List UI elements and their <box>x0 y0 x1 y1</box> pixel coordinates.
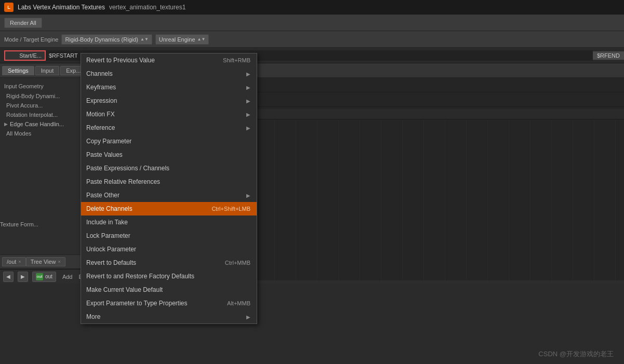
ctx-item-revert-prev[interactable]: Revert to Previous ValueShift+RMB <box>81 53 257 67</box>
ctx-item-paste-relative[interactable]: Paste Relative References <box>81 175 257 188</box>
context-menu: Revert to Previous ValueShift+RMBChannel… <box>81 53 257 324</box>
ctx-label-unlock-param: Unlock Parameter <box>86 246 136 253</box>
edge-case-header[interactable]: ▶ Edge Case Handlin... <box>0 119 83 129</box>
ctx-submenu-arrow-keyframes: ▶ <box>246 85 250 90</box>
toolbar: Render All <box>0 15 624 31</box>
ctx-item-more[interactable]: More▶ <box>81 310 257 323</box>
ctx-submenu-arrow-expression: ▶ <box>246 98 250 104</box>
texture-form-label: Texture Form... <box>0 221 83 227</box>
ctx-label-expression: Expression <box>86 97 117 104</box>
engine-option-label: Unreal Engine <box>159 36 195 43</box>
tab-input[interactable]: Input <box>35 66 59 75</box>
ctx-label-make-current-default: Make Current Value Default <box>86 286 163 293</box>
ctx-label-export-param: Export Parameter to Type Properties <box>86 300 188 307</box>
ctx-label-motion-fx: Motion FX <box>86 111 115 118</box>
ctx-item-lock-param[interactable]: Lock Parameter <box>81 229 257 242</box>
dynamics-dropdown-arrow: ▲▼ <box>140 37 149 42</box>
ctx-label-paste-values: Paste Values <box>86 151 123 158</box>
mode-bar: Mode / Target Engine Rigid-Body Dynamics… <box>0 31 624 48</box>
engine-dropdown[interactable]: Unreal Engine ▲▼ <box>155 34 209 45</box>
ctx-shortcut-revert-defaults: Ctrl+MMB <box>225 260 250 266</box>
out-node-icon: out <box>36 273 43 280</box>
ctx-label-revert-factory: Revert to and Restore Factory Defaults <box>86 273 194 280</box>
ctx-item-export-param[interactable]: Export Parameter to Type PropertiesAlt+M… <box>81 296 257 310</box>
node-name: vertex_animation_textures1 <box>109 4 185 11</box>
ctx-label-keyframes: Keyframes <box>86 84 116 91</box>
ctx-label-revert-prev: Revert to Previous Value <box>86 57 155 64</box>
expand-icon: ▶ <box>4 122 8 127</box>
tree-view-close[interactable]: × <box>58 259 61 264</box>
ctx-item-reference[interactable]: Reference▶ <box>81 121 257 134</box>
ctx-submenu-arrow-reference: ▶ <box>246 125 250 131</box>
forward-arrow[interactable]: ▶ <box>18 272 28 282</box>
out-node-label: out <box>45 274 52 279</box>
engine-dropdown-arrow: ▲▼ <box>197 37 206 42</box>
ctx-item-make-current-default[interactable]: Make Current Value Default <box>81 283 257 296</box>
ctx-label-copy-param: Copy Parameter <box>86 138 131 145</box>
start-end-label: Start/E... <box>4 50 46 61</box>
ctx-item-include-in-take[interactable]: Include in Take <box>81 215 257 229</box>
app-name: Labs Vertex Animation Textures <box>18 4 105 11</box>
ctx-label-reference: Reference <box>86 124 115 131</box>
ctx-shortcut-delete-channels: Ctrl+Shift+LMB <box>211 206 250 212</box>
back-arrow[interactable]: ◀ <box>3 272 14 282</box>
out-path-tab[interactable]: /out × <box>2 257 26 266</box>
ctx-label-include-in-take: Include in Take <box>86 219 128 226</box>
ctx-shortcut-export-param: Alt+MMB <box>227 300 250 306</box>
ctx-item-delete-channels[interactable]: Delete ChannelsCtrl+Shift+LMB <box>81 202 257 215</box>
ctx-item-unlock-param[interactable]: Unlock Parameter <box>81 242 257 256</box>
ctx-label-channels: Channels <box>86 70 113 77</box>
ctx-item-motion-fx[interactable]: Motion FX▶ <box>81 107 257 121</box>
ctx-label-lock-param: Lock Parameter <box>86 232 130 239</box>
ctx-submenu-arrow-more: ▶ <box>246 314 250 320</box>
tree-view-tab[interactable]: Tree View × <box>26 257 65 266</box>
out-node-tab[interactable]: out out <box>32 272 56 282</box>
watermark: CSDN @开发游戏的老王 <box>538 349 614 359</box>
ctx-item-paste-other[interactable]: Paste Other▶ <box>81 188 257 202</box>
ctx-submenu-arrow-channels: ▶ <box>246 71 250 77</box>
out-path-label: /out <box>7 259 16 265</box>
rotation-item[interactable]: Rotation Interpolat... <box>0 110 83 119</box>
ctx-item-keyframes[interactable]: Keyframes▶ <box>81 80 257 94</box>
all-modes-item[interactable]: All Modes <box>0 129 83 138</box>
ctx-item-channels[interactable]: Channels▶ <box>81 67 257 80</box>
ctx-label-revert-defaults: Revert to Defaults <box>86 259 136 266</box>
ctx-label-paste-other: Paste Other <box>86 192 120 199</box>
ctx-item-revert-factory[interactable]: Revert to and Restore Factory Defaults <box>81 269 257 283</box>
ctx-label-paste-expressions: Paste Expressions / Channels <box>86 165 169 172</box>
mode-label: Mode / Target Engine <box>4 36 58 43</box>
dynamics-dropdown[interactable]: Rigid-Body Dynamics (Rigid) ▲▼ <box>61 34 152 45</box>
ctx-item-paste-values[interactable]: Paste Values <box>81 148 257 161</box>
ctx-item-revert-defaults[interactable]: Revert to DefaultsCtrl+MMB <box>81 256 257 269</box>
ctx-shortcut-revert-prev: Shift+RMB <box>223 57 250 63</box>
ctx-item-expression[interactable]: Expression▶ <box>81 94 257 107</box>
ctx-submenu-arrow-paste-other: ▶ <box>246 193 250 198</box>
add-button[interactable]: Add <box>60 273 75 280</box>
dynamics-option-label: Rigid-Body Dynamics (Rigid) <box>65 36 138 43</box>
ctx-label-paste-relative: Paste Relative References <box>86 178 160 185</box>
title-bar: L Labs Vertex Animation Textures vertex_… <box>0 0 624 15</box>
rfend-badge: $RFEND <box>593 51 624 60</box>
out-icon-label: out <box>36 274 42 279</box>
rigid-body-item[interactable]: Rigid-Body Dynami... <box>0 91 83 101</box>
ctx-item-paste-expressions[interactable]: Paste Expressions / Channels <box>81 161 257 175</box>
ctx-label-delete-channels: Delete Channels <box>86 205 132 212</box>
tab-settings[interactable]: Settings <box>2 66 34 75</box>
edge-case-label: Edge Case Handlin... <box>10 121 64 127</box>
tree-view-label: Tree View <box>31 259 56 265</box>
left-panel: Input Geometry Rigid-Body Dynami... Pivo… <box>0 78 83 254</box>
render-all-button[interactable]: Render All <box>4 18 42 28</box>
ctx-label-more: More <box>86 313 100 320</box>
app-icon-letter: L <box>7 5 10 10</box>
input-geometry-label: Input Geometry <box>0 81 83 91</box>
ctx-submenu-arrow-motion-fx: ▶ <box>246 112 250 117</box>
pivot-accuracy-item[interactable]: Pivot Accura... <box>0 101 83 110</box>
out-path-close[interactable]: × <box>18 259 21 264</box>
ctx-item-copy-param[interactable]: Copy Parameter <box>81 134 257 148</box>
app-icon: L <box>4 3 14 12</box>
